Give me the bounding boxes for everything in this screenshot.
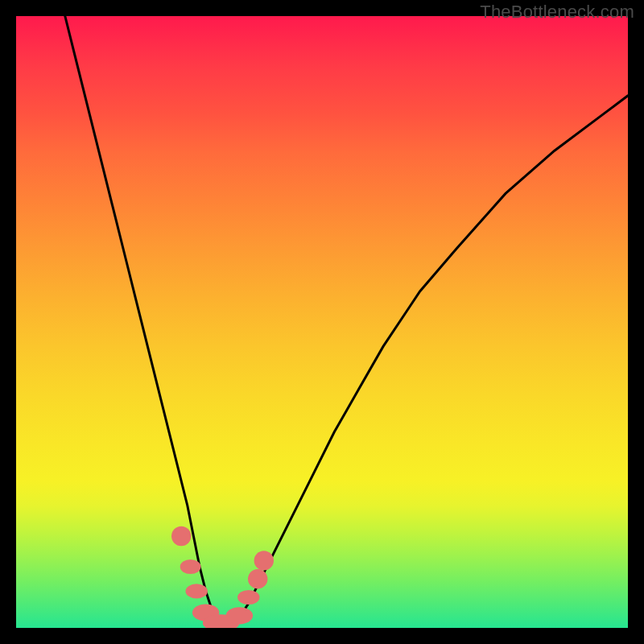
curve-marker [171,526,191,546]
curve-marker [248,569,267,588]
bottleneck-curve-svg [16,16,628,628]
curve-marker [186,584,208,598]
watermark-text: TheBottleneck.com [480,2,634,23]
bottleneck-curve-path [65,16,628,628]
curve-marker [226,607,253,624]
curve-marker [237,590,259,605]
chart-gradient-background [16,16,628,628]
curve-markers [171,526,274,628]
curve-marker [180,559,201,574]
curve-marker [254,551,274,570]
